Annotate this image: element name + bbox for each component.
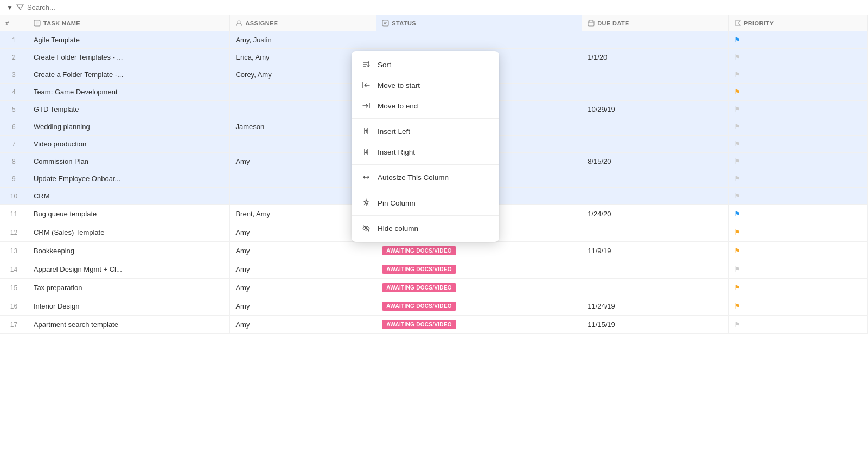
priority: ⚑ xyxy=(728,316,867,334)
flag-icon: ⚑ xyxy=(734,123,741,131)
priority: ⚑ xyxy=(728,297,867,316)
menu-item-hide[interactable]: Hide column xyxy=(352,218,499,239)
search-bar: ▼ xyxy=(0,0,868,15)
task-icon xyxy=(34,20,41,27)
funnel-icon xyxy=(16,4,24,11)
due-date xyxy=(582,260,729,279)
flag-icon: ⚑ xyxy=(734,265,741,273)
priority-icon xyxy=(734,20,741,27)
table-row[interactable]: 14 Apparel Design Mgmt + Cl... Amy AWAIT… xyxy=(0,260,868,279)
priority: ⚑ xyxy=(728,170,867,188)
assignee: Amy xyxy=(230,316,376,334)
due-date: 1/1/20 xyxy=(582,49,729,66)
due-date: 11/24/19 xyxy=(582,297,729,316)
status: AWAITING DOCS/VIDEO xyxy=(376,242,582,260)
flag-icon: ⚑ xyxy=(734,36,741,44)
due-date xyxy=(582,31,729,49)
priority: ⚑ xyxy=(728,188,867,205)
task-name: Team: Game Development xyxy=(28,84,230,101)
row-num: 14 xyxy=(0,260,28,279)
menu-item-autosize[interactable]: Autosize This Column xyxy=(352,167,499,188)
menu-label: Insert Right xyxy=(378,148,415,156)
menu-label: Pin Column xyxy=(378,199,416,207)
menu-item-pin[interactable]: Pin Column xyxy=(352,193,499,213)
due-date xyxy=(582,118,729,136)
priority: ⚑ xyxy=(728,260,867,279)
due-date xyxy=(582,66,729,84)
menu-separator xyxy=(352,190,499,190)
priority: ⚑ xyxy=(728,205,867,223)
flag-icon: ⚑ xyxy=(734,175,741,183)
priority: ⚑ xyxy=(728,84,867,101)
col-header-task[interactable]: TASK NAME xyxy=(28,15,230,31)
status: AWAITING DOCS/VIDEO xyxy=(376,260,582,279)
table-row[interactable]: 13 Bookkeeping Amy AWAITING DOCS/VIDEO 1… xyxy=(0,242,868,260)
task-name: Bug queue template xyxy=(28,205,230,223)
row-num: 6 xyxy=(0,118,28,136)
insert-right-icon xyxy=(361,147,371,157)
row-num: 5 xyxy=(0,101,28,118)
col-header-num[interactable]: # xyxy=(0,15,28,31)
menu-label: Move to start xyxy=(378,81,420,89)
row-num: 7 xyxy=(0,136,28,153)
priority: ⚑ xyxy=(728,153,867,170)
status-badge: AWAITING DOCS/VIDEO xyxy=(382,246,456,255)
row-num: 8 xyxy=(0,153,28,170)
col-header-priority[interactable]: PRIORITY xyxy=(728,15,867,31)
svg-rect-5 xyxy=(382,20,388,26)
row-num: 3 xyxy=(0,66,28,84)
task-name: Commission Plan xyxy=(28,153,230,170)
task-name: Bookkeeping xyxy=(28,242,230,260)
status-icon xyxy=(382,20,389,27)
assignee: Amy xyxy=(230,242,376,260)
flag-icon: ⚑ xyxy=(734,157,741,165)
table-row[interactable]: 16 Interior Design Amy AWAITING DOCS/VID… xyxy=(0,297,868,316)
col-header-assignee[interactable]: ASSIGNEE xyxy=(230,15,376,31)
col-header-status[interactable]: STATUS xyxy=(376,15,582,31)
menu-item-insert-left[interactable]: Insert Left xyxy=(352,121,499,142)
insert-left-icon xyxy=(361,126,371,136)
task-name: Interior Design xyxy=(28,297,230,316)
task-name: Agile Template xyxy=(28,31,230,49)
table-row[interactable]: 17 Apartment search template Amy AWAITIN… xyxy=(0,316,868,334)
pin-icon xyxy=(361,198,371,208)
flag-icon: ⚑ xyxy=(734,320,741,329)
task-name: CRM xyxy=(28,188,230,205)
status: AWAITING DOCS/VIDEO xyxy=(376,297,582,316)
search-input[interactable] xyxy=(27,3,136,11)
task-name: Apartment search template xyxy=(28,316,230,334)
table-row[interactable]: 15 Tax preparation Amy AWAITING DOCS/VID… xyxy=(0,279,868,297)
flag-icon: ⚑ xyxy=(734,284,741,292)
flag-icon: ⚑ xyxy=(734,210,741,218)
task-name: Create Folder Templates - ... xyxy=(28,49,230,66)
due-date xyxy=(582,279,729,297)
priority: ⚑ xyxy=(728,49,867,66)
assignee: Amy xyxy=(230,279,376,297)
menu-label: Move to end xyxy=(378,102,418,110)
menu-item-move-end[interactable]: Move to end xyxy=(352,95,499,116)
priority: ⚑ xyxy=(728,101,867,118)
menu-separator xyxy=(352,215,499,216)
table-row[interactable]: 1 Agile Template Amy, Justin ⚑ xyxy=(0,31,868,49)
task-name: Video production xyxy=(28,136,230,153)
status: AWAITING DOCS/VIDEO xyxy=(376,316,582,334)
flag-icon: ⚑ xyxy=(734,302,741,310)
priority: ⚑ xyxy=(728,279,867,297)
assignee: Amy, Justin xyxy=(230,31,376,49)
menu-item-sort[interactable]: Sort xyxy=(352,54,499,75)
due-date: 10/29/19 xyxy=(582,101,729,118)
menu-item-insert-right[interactable]: Insert Right xyxy=(352,142,499,162)
filter-icon[interactable]: ▼ xyxy=(7,4,13,11)
row-num: 1 xyxy=(0,31,28,49)
due-date: 1/24/20 xyxy=(582,205,729,223)
flag-icon: ⚑ xyxy=(734,88,741,96)
col-header-due[interactable]: DUE DATE xyxy=(582,15,729,31)
status-badge: AWAITING DOCS/VIDEO xyxy=(382,302,456,311)
task-name: Update Employee Onboar... xyxy=(28,170,230,188)
autosize-icon xyxy=(361,172,371,182)
menu-item-move-start[interactable]: Move to start xyxy=(352,75,499,95)
context-menu: Sort Move to start Move to end Insert Le… xyxy=(352,51,499,242)
status-badge: AWAITING DOCS/VIDEO xyxy=(382,283,456,292)
assignee-icon xyxy=(235,20,242,27)
status xyxy=(376,31,582,49)
